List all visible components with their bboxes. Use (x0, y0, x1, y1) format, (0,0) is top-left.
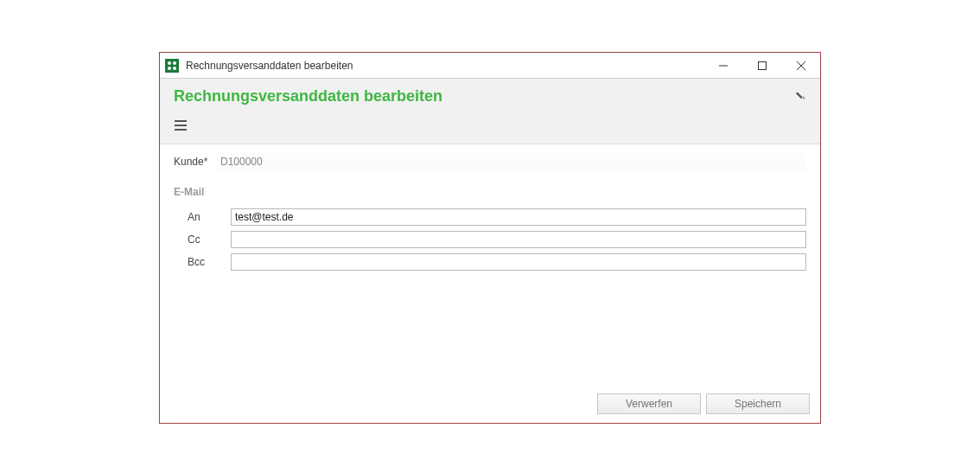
cc-row: Cc (188, 231, 806, 248)
wrench-icon[interactable] (794, 89, 806, 104)
an-input[interactable] (231, 208, 806, 226)
kunde-label: Kunde* (174, 156, 217, 168)
titlebar: Rechnungsversanddaten bearbeiten (160, 53, 820, 79)
svg-point-1 (173, 61, 176, 65)
dialog-footer: Verwerfen Speichern (160, 387, 820, 423)
kunde-value: D100000 (217, 153, 806, 170)
email-section-label: E-Mail (174, 186, 806, 198)
dialog-window: Rechnungsversanddaten bearbeiten Rechnun… (159, 52, 821, 424)
an-label: An (188, 211, 231, 223)
bcc-input[interactable] (231, 253, 806, 271)
discard-button[interactable]: Verwerfen (597, 393, 701, 414)
save-button[interactable]: Speichern (706, 393, 810, 414)
an-row: An (188, 208, 806, 226)
svg-point-0 (168, 61, 171, 65)
kunde-row: Kunde* D100000 (174, 153, 806, 170)
page-header: Rechnungsversanddaten bearbeiten (160, 79, 820, 144)
window-controls (703, 53, 820, 78)
minimize-button[interactable] (703, 53, 742, 78)
bcc-label: Bcc (188, 256, 231, 268)
svg-rect-5 (758, 61, 766, 69)
app-icon (165, 59, 179, 73)
page-title: Rechnungsversanddaten bearbeiten (174, 87, 442, 105)
hamburger-menu-icon[interactable] (174, 112, 196, 138)
close-button[interactable] (781, 53, 820, 78)
cc-input[interactable] (231, 231, 806, 248)
window-title: Rechnungsversanddaten bearbeiten (186, 60, 703, 72)
svg-point-3 (173, 67, 176, 70)
maximize-button[interactable] (742, 53, 781, 78)
bcc-row: Bcc (188, 253, 806, 271)
svg-point-2 (168, 67, 171, 70)
form-content: Kunde* D100000 E-Mail An Cc Bcc (160, 144, 820, 387)
cc-label: Cc (188, 233, 231, 246)
